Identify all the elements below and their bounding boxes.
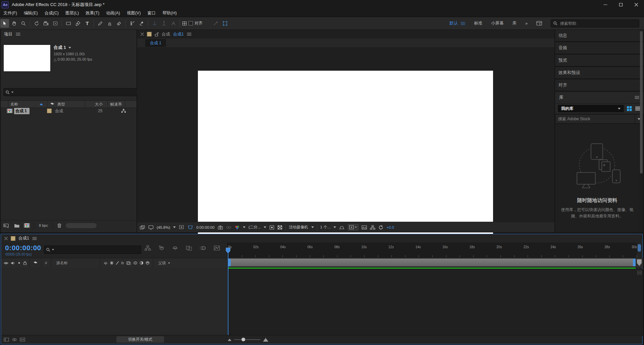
close-tab-icon[interactable] [141,32,144,36]
panel-menu-icon[interactable] [635,95,639,99]
motion-blur-icon[interactable] [200,245,206,251]
frame-blending-icon[interactable] [186,245,192,251]
timeline-histogram-icon[interactable] [362,225,367,230]
local-axis-mode[interactable] [150,19,159,28]
brush-tool[interactable] [96,19,105,28]
menu-item[interactable]: 效果(T) [82,10,103,16]
snapshot-camera-icon[interactable] [218,225,223,230]
workspace-small-screen[interactable]: 小屏幕 [491,20,504,26]
eraser-tool[interactable] [115,19,123,28]
toggle-switches-modes-button[interactable]: 切换开关/模式 [116,336,164,343]
workspace-panel-icon[interactable] [536,21,542,26]
always-preview-icon[interactable] [140,225,145,230]
rectangle-tool[interactable] [64,19,73,28]
primary-viewer-icon[interactable] [148,225,154,230]
column-parent[interactable]: 父级 [158,261,166,266]
column-name[interactable]: 名称 [10,102,18,107]
3d-layer-icon[interactable] [146,261,150,265]
menu-item[interactable]: 文件(F) [0,10,20,16]
camera-caret-icon[interactable] [311,226,314,228]
timeline-search-input[interactable] [56,247,139,253]
world-axis-mode[interactable] [160,19,168,28]
project-item-row[interactable]: 合成 1 合成 25 [1,108,137,114]
timeline-tab-label[interactable]: 合成1 [18,235,29,241]
expand-inout-columns-icon[interactable] [20,337,25,342]
project-search-box[interactable] [3,88,138,96]
collection-caret-icon[interactable] [618,108,621,110]
comp-tab-button[interactable]: 合成 1 [145,39,166,47]
lock-icon[interactable] [23,261,27,265]
zoom-out-mountain-icon[interactable] [228,338,231,341]
search-options-caret-icon[interactable] [11,91,13,93]
reset-exposure-icon[interactable] [378,225,383,230]
show-snapshot-icon[interactable] [226,225,231,230]
view-layout-caret-icon[interactable] [333,226,336,228]
menu-item[interactable]: 编辑(E) [20,10,41,16]
video-eye-icon[interactable] [4,261,8,265]
draft-3d-icon[interactable] [158,245,165,251]
close-tab-icon[interactable] [4,237,8,240]
menu-item[interactable]: 视图(V) [123,10,144,16]
menu-item[interactable]: 图层(L) [62,10,82,16]
shared-view-icon[interactable] [339,225,345,230]
project-panel-tab[interactable]: 项目 [1,30,137,39]
viewer-timecode[interactable]: 0:00:00:00 [196,225,214,229]
transparency-grid-icon[interactable] [277,225,282,230]
menu-item[interactable]: 动画(A) [103,10,123,16]
safe-margins-icon[interactable] [187,225,193,230]
collapsed-panel-tab[interactable]: 对齐 [555,79,643,92]
stock-search-row[interactable] [555,114,643,124]
mask-expansion-button[interactable] [221,19,229,28]
pan-behind-tool[interactable] [51,19,60,28]
comp-marker-bin-icon[interactable] [637,259,642,266]
menu-item[interactable]: 窗口 [144,10,159,16]
work-area-end-handle[interactable] [633,259,636,266]
layer-list-area[interactable] [1,268,227,336]
camera-view-dropdown[interactable]: 活动摄像机 [289,225,308,230]
library-collection-select[interactable]: 我的库 [558,105,624,112]
row-comp-name[interactable]: 合成 1 [14,108,30,114]
workspace-default[interactable]: 默认 [449,20,458,26]
zoom-level-dropdown[interactable]: (45.8%) [157,225,170,229]
column-type[interactable]: 类型 [57,102,65,107]
flowchart-icon[interactable] [370,225,375,230]
solo-icon[interactable] [17,261,21,265]
composition-frame[interactable] [198,71,493,237]
viewer-active-tab[interactable]: 合成1 [173,31,184,37]
region-of-interest-icon[interactable] [179,225,184,230]
scrollbar-thumb[interactable] [640,31,643,174]
delete-trash-icon[interactable] [57,223,62,228]
expand-transfer-controls-icon[interactable] [12,337,17,342]
text-tool[interactable]: T [83,19,92,28]
ruler-end-handle[interactable] [638,244,641,252]
viewer-canvas[interactable] [137,47,554,222]
pen-tool[interactable] [73,19,82,28]
track-area[interactable] [228,269,643,336]
comp-info-caret-icon[interactable] [68,47,71,49]
fast-previews-button[interactable] [348,224,359,230]
roto-brush-tool[interactable] [128,19,137,28]
library-panel-tab[interactable]: 库 [555,92,643,104]
shy-switch-icon[interactable] [104,261,108,265]
snap-checkbox[interactable] [189,21,193,25]
timeline-timecode[interactable]: 0:00:00:00 [5,244,41,252]
channel-caret-icon[interactable] [243,226,246,228]
comp-button-icon[interactable] [637,271,642,275]
panel-menu-icon[interactable] [16,32,20,36]
menu-item[interactable]: 帮助(H) [159,10,180,16]
view-layout-dropdown[interactable]: 1 个... [320,225,331,230]
maximize-button[interactable] [613,0,629,9]
zoom-slider-track[interactable] [234,339,260,340]
label-tag-icon[interactable] [33,261,38,265]
adjustment-layer-icon[interactable] [140,261,144,265]
collapsed-panel-tab[interactable]: 预览 [555,55,643,67]
zoom-caret-icon[interactable] [173,226,176,228]
expand-layer-switches-icon[interactable] [4,337,9,342]
new-composition-icon[interactable] [24,223,30,228]
search-options-caret-icon[interactable] [52,249,54,251]
zoom-in-mountain-icon[interactable] [263,338,268,342]
time-ruler[interactable]: 0s02s04s06s08s10s12s14s16s18s20s22s24s26… [228,243,637,258]
interpret-footage-icon[interactable] [3,223,10,228]
column-index[interactable]: # [45,261,47,265]
new-folder-icon[interactable] [14,223,20,228]
